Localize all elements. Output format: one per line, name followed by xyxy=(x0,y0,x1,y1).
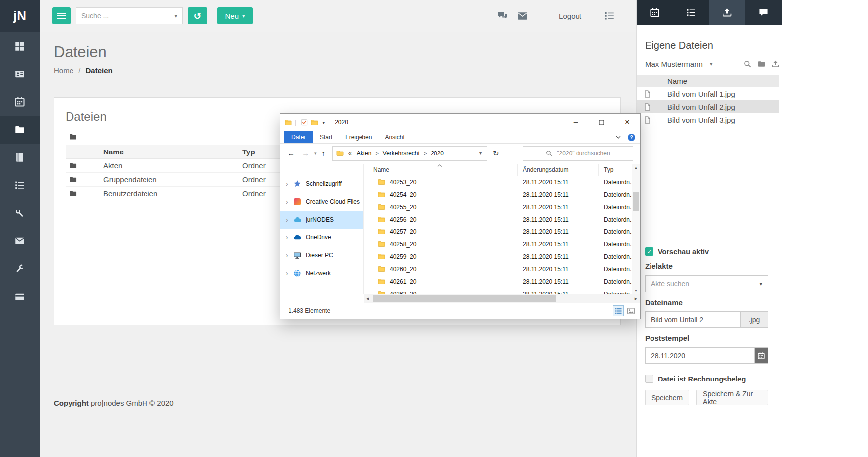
ribbon-tab-start[interactable]: Start xyxy=(313,131,339,143)
chevron-right-icon[interactable]: › xyxy=(286,198,293,206)
address-overflow[interactable]: « xyxy=(348,150,352,157)
sidebar-item-billing[interactable] xyxy=(0,283,40,310)
vertical-scrollbar[interactable]: ▲ ▼ xyxy=(632,164,640,294)
messages-icon[interactable] xyxy=(497,11,508,21)
explorer-file-row[interactable]: 40257_2028.11.2020 15:11Dateiordn... xyxy=(364,226,632,238)
tasks-icon[interactable] xyxy=(604,11,614,21)
global-search-input[interactable]: Suche ... ▾ xyxy=(76,7,183,24)
panel-tab-chat[interactable] xyxy=(745,0,782,25)
file-list-item[interactable]: Bild vom Unfall 3.jpg xyxy=(637,113,779,126)
explorer-file-row[interactable]: 40254_2028.11.2020 15:11Dateiordn... xyxy=(364,188,632,201)
sidebar-item-files[interactable] xyxy=(0,116,40,144)
chevron-right-icon[interactable]: › xyxy=(286,251,293,259)
scroll-right-icon[interactable]: ▶ xyxy=(632,297,640,301)
explorer-search-input[interactable]: "2020" durchsuchen xyxy=(523,146,633,161)
address-crumb[interactable]: 2020 xyxy=(428,150,446,157)
preview-toggle[interactable]: ✓ Vorschau aktiv xyxy=(645,247,768,256)
search-icon[interactable] xyxy=(744,60,751,68)
back-icon[interactable]: ← xyxy=(288,149,295,157)
sidebar-item-journal[interactable] xyxy=(0,144,40,171)
explorer-file-row[interactable]: 40255_2028.11.2020 15:11Dateiordn... xyxy=(364,201,632,213)
chevron-right-icon[interactable]: › xyxy=(286,269,293,277)
qat-check-icon[interactable] xyxy=(301,119,308,126)
nav-item-onedrive[interactable]: ›OneDrive xyxy=(280,228,363,246)
chevron-right-icon[interactable]: › xyxy=(286,233,293,241)
explorer-file-row[interactable]: 40253_2028.11.2020 15:11Dateiordn... xyxy=(364,176,632,188)
nav-item-creative-cloud-files[interactable]: ›Creative Cloud Files xyxy=(280,193,363,211)
explorer-file-row[interactable]: 40256_2028.11.2020 15:11Dateiordn... xyxy=(364,213,632,226)
sidebar-item-mail[interactable] xyxy=(0,227,40,255)
chevron-down-icon[interactable]: ▾ xyxy=(479,151,483,156)
qat-chevron-down-icon[interactable]: ▾ xyxy=(322,120,325,125)
app-logo[interactable]: jN xyxy=(0,0,40,32)
help-icon[interactable]: ? xyxy=(628,134,635,141)
chevron-down-icon[interactable]: ▾ xyxy=(174,13,177,19)
scroll-down-icon[interactable]: ▼ xyxy=(632,287,640,294)
explorer-file-row[interactable]: 40262_2028.11.2020 15:11Dateiordn... xyxy=(364,288,632,294)
up-icon[interactable]: ↑ xyxy=(322,149,326,157)
sort-ascending-icon[interactable] xyxy=(437,164,442,167)
nav-item-schnellzugriff[interactable]: ›Schnellzugriff xyxy=(280,175,363,193)
mail-icon[interactable] xyxy=(517,12,528,20)
sidebar-item-calendar[interactable] xyxy=(0,88,40,116)
checkbox-checked-icon[interactable]: ✓ xyxy=(645,247,653,256)
scrollbar-thumb[interactable] xyxy=(373,295,556,302)
panel-tab-tasks[interactable] xyxy=(673,0,709,25)
nav-item-dieser-pc[interactable]: ›Dieser PC xyxy=(280,246,363,264)
column-date[interactable]: Änderungsdatum xyxy=(518,164,599,176)
explorer-titlebar[interactable]: | ▾ 2020 ─ × xyxy=(280,114,640,131)
nav-item-jurnodes[interactable]: ›jurNODES xyxy=(280,211,363,228)
file-list-item[interactable]: Bild vom Unfall 1.jpg xyxy=(637,87,779,100)
scrollbar-thumb[interactable] xyxy=(633,192,639,211)
ribbon-tab-ansicht[interactable]: Ansicht xyxy=(378,131,411,143)
sidebar-item-tasks[interactable] xyxy=(0,171,40,199)
maximize-button[interactable] xyxy=(588,114,614,131)
ribbon-collapse-icon[interactable] xyxy=(616,136,621,139)
ribbon-tab-freigeben[interactable]: Freigeben xyxy=(339,131,378,143)
root-folder-icon[interactable] xyxy=(69,133,77,141)
minimize-button[interactable]: ─ xyxy=(563,114,588,131)
recent-locations-icon[interactable]: ▾ xyxy=(314,151,317,156)
panel-tab-calendar[interactable] xyxy=(637,0,673,25)
address-crumb[interactable]: Akten xyxy=(354,150,374,157)
chevron-right-icon[interactable]: › xyxy=(286,180,293,188)
save-button[interactable]: Speichern xyxy=(645,390,689,405)
scroll-left-icon[interactable]: ◀ xyxy=(364,297,371,301)
chevron-down-icon[interactable]: ▾ xyxy=(710,61,713,67)
explorer-file-row[interactable]: 40261_2028.11.2020 15:11Dateiordn... xyxy=(364,275,632,288)
history-button[interactable]: ↺ xyxy=(188,7,207,24)
sidebar-item-contacts[interactable] xyxy=(0,60,40,88)
checkbox-empty-icon[interactable] xyxy=(645,375,653,383)
address-bar[interactable]: « Akten>Verkehrsrecht>2020 ▾ xyxy=(332,146,487,161)
menu-toggle-button[interactable] xyxy=(52,7,71,24)
datepicker-button[interactable] xyxy=(755,347,768,364)
logout-link[interactable]: Logout xyxy=(559,12,581,20)
scroll-up-icon[interactable]: ▲ xyxy=(632,164,640,171)
refresh-icon[interactable]: ↻ xyxy=(493,149,499,158)
sidebar-item-tools[interactable] xyxy=(0,199,40,227)
header-name[interactable]: Name xyxy=(99,145,238,159)
thumbnails-view-button[interactable] xyxy=(625,305,636,316)
panel-tab-upload[interactable] xyxy=(709,0,745,25)
breadcrumb-home[interactable]: Home xyxy=(54,66,73,75)
akte-select[interactable]: Akte suchen ▾ xyxy=(645,275,768,292)
explorer-file-row[interactable]: 40259_2028.11.2020 15:11Dateiordn... xyxy=(364,250,632,263)
file-list-item[interactable]: Bild vom Unfall 2.jpg xyxy=(637,100,779,113)
address-crumb[interactable]: Verkehrsrecht xyxy=(380,150,422,157)
chevron-right-icon[interactable]: › xyxy=(286,216,293,224)
forward-icon[interactable]: → xyxy=(302,149,309,157)
close-button[interactable]: × xyxy=(614,114,640,131)
user-select[interactable]: Max Mustermann xyxy=(645,60,703,68)
new-button[interactable]: Neu ▾ xyxy=(217,7,253,24)
nav-item-netzwerk[interactable]: ›Netzwerk xyxy=(280,264,363,282)
filename-input[interactable]: Bild vom Unfall 2 xyxy=(645,311,741,328)
sidebar-item-settings[interactable] xyxy=(0,255,40,283)
explorer-file-row[interactable]: 40258_2028.11.2020 15:11Dateiordn... xyxy=(364,238,632,250)
explorer-file-row[interactable]: 40260_2028.11.2020 15:11Dateiordn... xyxy=(364,263,632,275)
folder-icon[interactable] xyxy=(758,60,765,68)
upload-icon[interactable] xyxy=(772,60,779,68)
invoice-toggle[interactable]: Datei ist Rechnungsbeleg xyxy=(645,375,768,383)
postmark-input[interactable]: 28.11.2020 xyxy=(645,347,755,364)
folder-icon[interactable] xyxy=(311,119,318,126)
ribbon-tab-datei[interactable]: Datei xyxy=(284,131,313,143)
